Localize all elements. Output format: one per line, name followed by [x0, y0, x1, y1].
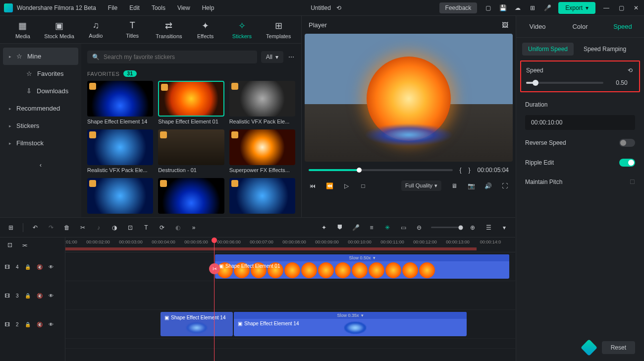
apps-icon[interactable]: ⊞ [529, 4, 537, 12]
maintain-pitch-check[interactable]: ☐ [630, 179, 635, 185]
tab-color[interactable]: Color [559, 16, 601, 37]
audio-mix-icon[interactable]: ≡ [368, 224, 376, 232]
lock-track-icon[interactable]: 🔒 [25, 264, 31, 270]
magnet-icon[interactable]: ⊡ [6, 241, 14, 249]
lock-track-icon[interactable]: 🔒 [25, 322, 31, 327]
sidebar-item-recommended[interactable]: ▸Recommended [0, 100, 81, 117]
thumbnail[interactable]: Shape Effect Element 14 [87, 81, 153, 124]
link-icon[interactable]: ⫘ [21, 241, 29, 249]
track-head-2[interactable]: 🎞2🔒🔇👁 [0, 310, 65, 339]
more-icon[interactable]: ⋯ [287, 53, 295, 61]
track-4[interactable]: ✂ Slow 0.50x▾ ▣Shape Effect Element 01 [65, 252, 515, 281]
module-media[interactable]: ▦Media [6, 18, 40, 41]
speed-value[interactable]: 0.50 [609, 79, 634, 86]
clip-shape-effect-01[interactable]: Slow 0.50x▾ ▣Shape Effect Element 01 [215, 254, 509, 279]
upload-icon[interactable]: ☁ [514, 4, 522, 12]
thumbnail[interactable]: Destruction - 01 [158, 129, 224, 173]
redo-icon[interactable]: ↷ [47, 224, 55, 232]
export-button[interactable]: Export▾ [558, 2, 595, 14]
voiceover-icon[interactable]: 🎤 [352, 224, 360, 232]
playhead[interactable] [214, 238, 215, 361]
track-1[interactable] [65, 339, 515, 349]
auto-beat-icon[interactable]: ✳ [383, 224, 391, 232]
thumbnail[interactable]: Superpower FX Effects... [229, 129, 295, 173]
delete-icon[interactable]: 🗑 [63, 224, 71, 232]
mic-icon[interactable]: 🎤 [543, 4, 551, 12]
cut-icon[interactable]: ✂ [79, 224, 87, 232]
fullscreen-icon[interactable]: ⛶ [501, 182, 509, 190]
mute-track-icon[interactable]: 🔇 [37, 293, 43, 299]
more-tools-icon[interactable]: » [190, 224, 198, 232]
menu-help[interactable]: Help [202, 4, 215, 11]
lock-track-icon[interactable]: 🔒 [25, 293, 31, 299]
caption-icon[interactable]: ▭ [399, 224, 407, 232]
menu-view[interactable]: View [177, 4, 190, 11]
camera-icon[interactable]: 📷 [467, 182, 475, 190]
sidebar-item-stickers[interactable]: ▸Stickers [0, 117, 81, 134]
module-effects[interactable]: ✦Effects [189, 18, 222, 41]
visibility-icon[interactable]: 👁 [49, 264, 54, 270]
menu-tools[interactable]: Tools [152, 4, 165, 11]
speed-slider[interactable] [526, 82, 603, 84]
mask-icon[interactable]: ◑ [110, 224, 118, 232]
color-icon[interactable]: ◐ [174, 224, 182, 232]
sidebar-item-favorites[interactable]: ☆Favorites [0, 65, 81, 82]
tab-speed[interactable]: Speed [601, 16, 644, 37]
minimize-icon[interactable]: ― [602, 4, 610, 12]
marker-out[interactable]: } [469, 167, 471, 174]
sidebar-item-downloads[interactable]: ⇩Downloads [0, 82, 81, 100]
thumbnail[interactable]: Realistic VFX Pack Ele... [229, 81, 295, 124]
undo-icon[interactable]: ↶ [31, 224, 39, 232]
cloud-sync-icon[interactable]: ⟲ [335, 4, 343, 12]
module-templates[interactable]: ⊞Templates [262, 18, 295, 41]
clip-shape-effect-14a[interactable]: ▣Shape Effect Element 14 [161, 312, 233, 336]
ripple-edit-toggle[interactable] [619, 159, 635, 167]
track-head-4[interactable]: 🎞4🔒🔇👁 [0, 252, 65, 281]
module-titles[interactable]: TTitles [115, 18, 149, 41]
module-stock-media[interactable]: ▣Stock Media [43, 18, 76, 41]
crop-icon[interactable]: ⊡ [126, 224, 134, 232]
play-icon[interactable]: ▷ [342, 182, 350, 190]
search-box[interactable]: 🔍 [87, 51, 257, 63]
module-audio[interactable]: ♫Audio [79, 18, 113, 41]
scrub-slider[interactable] [309, 169, 453, 171]
stop-icon[interactable]: □ [359, 182, 367, 190]
sidebar-collapse-button[interactable]: ‹ [0, 158, 81, 173]
music-icon[interactable]: ♪ [95, 224, 103, 232]
search-input[interactable] [104, 54, 252, 60]
thumbnail[interactable] [229, 178, 295, 216]
track-menu-icon[interactable]: ▾ [500, 224, 508, 232]
shield-icon[interactable]: ⛊ [336, 224, 344, 232]
tab-video[interactable]: Video [516, 16, 559, 37]
quality-select[interactable]: Full Quality▾ [401, 180, 441, 191]
snapshot-mode-icon[interactable]: 🖼 [501, 21, 509, 29]
maximize-icon[interactable]: ▢ [617, 4, 625, 12]
feedback-button[interactable]: Feedback [439, 2, 478, 13]
grid-icon[interactable]: ⊞ [7, 224, 15, 232]
layout-icon[interactable]: ▢ [484, 4, 492, 12]
subtab-uniform-speed[interactable]: Uniform Speed [522, 43, 574, 56]
visibility-icon[interactable]: 👁 [49, 322, 54, 327]
track-options-icon[interactable]: ☰ [484, 224, 492, 232]
display-icon[interactable]: 🖥 [450, 182, 458, 190]
mute-track-icon[interactable]: 🔇 [37, 322, 43, 327]
volume-icon[interactable]: 🔊 [484, 182, 492, 190]
visibility-icon[interactable]: 👁 [49, 293, 54, 299]
module-stickers[interactable]: ✧Stickers [225, 18, 259, 41]
clip-shape-effect-14b[interactable]: Slow 0.35x▾ ▣Shape Effect Element 14 [234, 312, 467, 336]
menu-file[interactable]: File [108, 4, 117, 11]
marker-tool-icon[interactable]: ✦ [320, 224, 328, 232]
module-transitions[interactable]: ⇄Transitions [152, 18, 186, 41]
zoom-in-icon[interactable]: ⊕ [469, 224, 477, 232]
zoom-out-icon[interactable]: ⊖ [415, 224, 423, 232]
step-back-icon[interactable]: ⏪ [325, 182, 333, 190]
sidebar-item-filmstock[interactable]: ▸Filmstock [0, 134, 81, 152]
player-viewport[interactable] [305, 34, 513, 162]
thumbnail[interactable]: Shape Effect Element 01 [158, 81, 224, 124]
sidebar-item-mine[interactable]: ▸☆Mine [3, 48, 78, 65]
marker-in[interactable]: { [460, 167, 462, 174]
timeline-ruler[interactable]: 00:00:01:0000:00:02:0000:00:03:0000:00:0… [65, 238, 515, 252]
reset-speed-icon[interactable]: ⟲ [626, 66, 634, 74]
thumbnail[interactable] [158, 178, 224, 216]
subtab-speed-ramping[interactable]: Speed Ramping [578, 43, 632, 56]
